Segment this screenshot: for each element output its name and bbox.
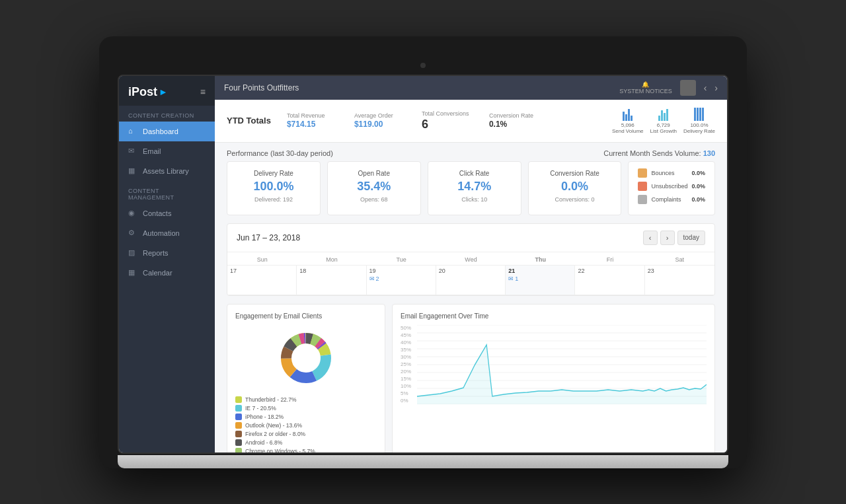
bar-list-growth: 6,729 List Growth xyxy=(650,108,677,134)
hamburger-icon[interactable]: ≡ xyxy=(200,87,206,97)
main-content: YTD Totals Total Revenue $714.15 Average… xyxy=(215,100,727,452)
legend-dot-outlook xyxy=(235,422,242,429)
unsubscribed-color-indicator xyxy=(638,182,647,191)
topbar: Four Points Outfitters 🔔 SYSTEM NOTICES … xyxy=(215,76,727,100)
legend-item-outlook: Outlook (New) - 13.6% xyxy=(235,422,377,429)
ytd-title: YTD Totals xyxy=(227,116,271,126)
ytd-metric-conv-rate: Conversion Rate 0.1% xyxy=(489,112,542,129)
sidebar-item-assets[interactable]: ▦ Assets Library xyxy=(119,161,215,181)
sidebar-item-calendar[interactable]: ▦ Calendar xyxy=(119,263,215,283)
donut-chart-svg xyxy=(273,325,339,391)
nav-prev-button[interactable]: ‹ xyxy=(704,83,707,93)
legend-item-android: Android - 6.8% xyxy=(235,439,377,446)
automation-icon: ⚙ xyxy=(128,229,137,238)
perf-card-open: Open Rate 35.4% Opens: 68 xyxy=(327,161,421,215)
bounce-row-bounces: Bounces 0.0% xyxy=(638,168,705,178)
system-notices-button[interactable]: 🔔 SYSTEM NOTICES xyxy=(619,81,672,94)
complaints-color-indicator xyxy=(638,195,647,204)
calendar-nav: ‹ › today xyxy=(643,231,705,245)
sidebar-section-content-creation: Content Creation xyxy=(119,106,215,122)
cal-header-thu: Thu xyxy=(506,252,575,266)
ytd-metric-avg-order: Average Order $119.00 xyxy=(354,112,407,129)
sidebar-item-reports[interactable]: ▨ Reports xyxy=(119,243,215,263)
bounce-row-unsubscribed: Unsubscribed 0.0% xyxy=(638,182,705,191)
current-month-sends: Current Month Sends Volume: 130 xyxy=(603,149,715,157)
charts-row: Engagement by Email Clients xyxy=(227,304,715,452)
reports-icon: ▨ xyxy=(128,248,137,258)
ytd-metric-conversions: Total Conversions 6 xyxy=(422,110,475,131)
bar-send-volume: 5,096 Send Volume xyxy=(612,108,644,134)
cal-cell-22[interactable]: 22 xyxy=(575,266,644,295)
user-avatar[interactable] xyxy=(680,80,696,96)
line-chart-inner xyxy=(417,325,707,417)
assets-icon: ▦ xyxy=(128,166,137,176)
logo-text: iPost xyxy=(128,85,157,99)
engagement-over-time-card: Email Engagement Over Time 50% 45% 40% 3… xyxy=(392,304,715,452)
bounces-color-indicator xyxy=(638,168,647,178)
sidebar-item-automation[interactable]: ⚙ Automation xyxy=(119,223,215,243)
bar-delivery-rate: 100.0% Delivery Rate xyxy=(683,108,715,134)
calendar-icon: ▦ xyxy=(128,268,137,277)
legend-item-iphone: iPhone - 18.2% xyxy=(235,414,377,420)
ytd-totals-bar: YTD Totals Total Revenue $714.15 Average… xyxy=(215,100,727,143)
cal-cell-18[interactable]: 18 xyxy=(297,266,366,295)
cal-cell-17[interactable]: 17 xyxy=(227,266,297,295)
legend-item-ie7: IE 7 - 20.5% xyxy=(235,405,377,412)
sidebar-item-contacts[interactable]: ◉ Contacts xyxy=(119,203,215,223)
cal-cell-20[interactable]: 20 xyxy=(436,266,506,295)
perf-card-conversion: Conversion Rate 0.0% Conversions: 0 xyxy=(528,161,622,215)
sidebar-item-email[interactable]: ✉ Email xyxy=(119,141,215,161)
perf-card-click: Click Rate 14.7% Clicks: 10 xyxy=(428,161,521,215)
cal-cell-21[interactable]: 21 ✉ 1 xyxy=(506,266,575,295)
logo-arrow: ► xyxy=(159,87,168,97)
performance-section-header: Performance (last 30-day period) Current… xyxy=(215,143,727,161)
bell-icon: 🔔 xyxy=(642,81,649,88)
legend-dot-android xyxy=(235,439,242,446)
y-axis-labels: 50% 45% 40% 35% 30% 25% 20% 15% 10% 5% xyxy=(401,325,415,404)
legend-dot-chrome xyxy=(235,448,242,452)
bounce-row-complaints: Complaints 0.0% xyxy=(638,195,705,204)
topbar-client-name: Four Points Outfitters xyxy=(224,83,613,92)
legend-item-thunderbird: Thunderbird - 22.7% xyxy=(235,396,377,403)
cal-header-tue: Tue xyxy=(367,252,436,266)
cal-header-sun: Sun xyxy=(227,252,297,266)
line-chart-title: Email Engagement Over Time xyxy=(401,312,707,320)
svg-point-9 xyxy=(294,346,318,370)
perf-card-delivery: Delivery Rate 100.0% Delivered: 192 xyxy=(227,161,321,215)
cal-cell-23[interactable]: 23 xyxy=(645,266,714,295)
cal-header-sat: Sat xyxy=(645,252,714,266)
cal-header-wed: Wed xyxy=(436,252,506,266)
legend-dot-ie7 xyxy=(235,405,242,412)
calendar-section: Jun 17 – 23, 2018 ‹ › today Sun Mon Tue xyxy=(227,223,715,296)
donut-container xyxy=(235,325,377,391)
calendar-prev-button[interactable]: ‹ xyxy=(643,231,658,245)
cal-event-21: ✉ 1 xyxy=(508,275,572,282)
calendar-title: Jun 17 – 23, 2018 xyxy=(237,233,300,242)
email-event-icon-21: ✉ xyxy=(508,275,514,282)
performance-title: Performance (last 30-day period) xyxy=(227,149,333,157)
sidebar: iPost ► ≡ Content Creation ⌂ Dashboard ✉… xyxy=(119,76,215,452)
legend-dot-thunderbird xyxy=(235,396,242,403)
contacts-icon: ◉ xyxy=(128,209,137,218)
cal-header-mon: Mon xyxy=(297,252,366,266)
cal-event-19: ✉ 2 xyxy=(369,275,433,282)
legend-dot-iphone xyxy=(235,414,242,420)
home-icon: ⌂ xyxy=(128,127,137,136)
line-chart-area: 50% 45% 40% 35% 30% 25% 20% 15% 10% 5% xyxy=(401,325,707,417)
nav-next-button[interactable]: › xyxy=(714,83,718,93)
legend-dot-firefox xyxy=(235,431,242,437)
legend-item-chrome: Chrome on Windows - 5.7% xyxy=(235,448,377,452)
ytd-metric-revenue: Total Revenue $714.15 xyxy=(287,112,340,129)
topbar-actions: 🔔 SYSTEM NOTICES ‹ › xyxy=(619,80,718,96)
performance-cards: Delivery Rate 100.0% Delivered: 192 Open… xyxy=(215,161,727,223)
calendar-today-button[interactable]: today xyxy=(677,231,705,245)
legend-item-firefox: Firefox 2 or older - 8.0% xyxy=(235,431,377,437)
sidebar-logo: iPost ► ≡ xyxy=(119,76,215,106)
cal-cell-19[interactable]: 19 ✉ 2 xyxy=(367,266,436,295)
cal-header-fri: Fri xyxy=(575,252,644,266)
sidebar-section-content-management: Content Management xyxy=(119,181,215,203)
sidebar-item-dashboard[interactable]: ⌂ Dashboard xyxy=(119,122,215,141)
calendar-next-button[interactable]: › xyxy=(660,231,675,245)
ytd-bars: 5,096 Send Volume 6,729 xyxy=(612,108,715,134)
engagement-chart-title: Engagement by Email Clients xyxy=(235,312,377,320)
